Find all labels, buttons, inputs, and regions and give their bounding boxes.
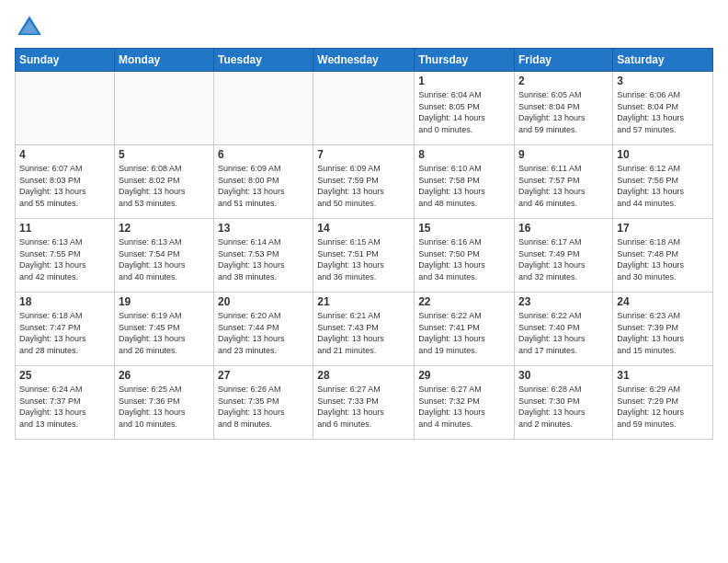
- day-info: Sunrise: 6:05 AM Sunset: 8:04 PM Dayligh…: [518, 89, 609, 135]
- day-info: Sunrise: 6:18 AM Sunset: 7:48 PM Dayligh…: [617, 236, 709, 282]
- calendar-cell: 28Sunrise: 6:27 AM Sunset: 7:33 PM Dayli…: [313, 366, 415, 440]
- day-info: Sunrise: 6:27 AM Sunset: 7:33 PM Dayligh…: [317, 384, 410, 430]
- calendar-cell: 26Sunrise: 6:25 AM Sunset: 7:36 PM Dayli…: [114, 366, 213, 440]
- day-info: Sunrise: 6:24 AM Sunset: 7:37 PM Dayligh…: [19, 384, 110, 430]
- day-number: 22: [418, 295, 510, 308]
- day-info: Sunrise: 6:26 AM Sunset: 7:35 PM Dayligh…: [218, 384, 309, 430]
- calendar-cell: 15Sunrise: 6:16 AM Sunset: 7:50 PM Dayli…: [415, 219, 515, 293]
- calendar-cell: 19Sunrise: 6:19 AM Sunset: 7:45 PM Dayli…: [114, 293, 213, 366]
- day-number: 3: [617, 75, 709, 87]
- calendar-cell: 5Sunrise: 6:08 AM Sunset: 8:02 PM Daylig…: [114, 145, 213, 219]
- calendar-cell: [16, 72, 115, 145]
- day-info: Sunrise: 6:13 AM Sunset: 7:55 PM Dayligh…: [19, 236, 110, 282]
- calendar-cell: 25Sunrise: 6:24 AM Sunset: 7:37 PM Dayli…: [16, 366, 115, 440]
- calendar-cell: 24Sunrise: 6:23 AM Sunset: 7:39 PM Dayli…: [613, 293, 713, 366]
- day-number: 30: [518, 369, 609, 382]
- day-number: 19: [119, 295, 210, 308]
- day-number: 31: [617, 369, 709, 382]
- day-number: 27: [218, 369, 309, 382]
- calendar-cell: 18Sunrise: 6:18 AM Sunset: 7:47 PM Dayli…: [16, 293, 115, 366]
- calendar-cell: [313, 72, 415, 145]
- calendar-cell: 14Sunrise: 6:15 AM Sunset: 7:51 PM Dayli…: [313, 219, 415, 293]
- day-number: 17: [617, 222, 709, 235]
- calendar-cell: 21Sunrise: 6:21 AM Sunset: 7:43 PM Dayli…: [313, 293, 415, 366]
- day-info: Sunrise: 6:25 AM Sunset: 7:36 PM Dayligh…: [119, 384, 210, 430]
- logo-icon: [15, 13, 44, 42]
- page: SundayMondayTuesdayWednesdayThursdayFrid…: [0, 0, 728, 563]
- day-info: Sunrise: 6:21 AM Sunset: 7:43 PM Dayligh…: [317, 310, 410, 356]
- day-number: 15: [418, 222, 510, 235]
- calendar-header-row: SundayMondayTuesdayWednesdayThursdayFrid…: [16, 49, 713, 72]
- calendar-cell: 22Sunrise: 6:22 AM Sunset: 7:41 PM Dayli…: [415, 293, 515, 366]
- column-header-tuesday: Tuesday: [214, 49, 313, 72]
- day-number: 11: [19, 222, 110, 235]
- day-number: 8: [418, 148, 510, 161]
- column-header-saturday: Saturday: [613, 49, 713, 72]
- day-number: 7: [317, 148, 410, 161]
- calendar-cell: 31Sunrise: 6:29 AM Sunset: 7:29 PM Dayli…: [613, 366, 713, 440]
- day-number: 18: [19, 295, 110, 308]
- calendar-week-row: 25Sunrise: 6:24 AM Sunset: 7:37 PM Dayli…: [16, 366, 713, 440]
- calendar-cell: 7Sunrise: 6:09 AM Sunset: 7:59 PM Daylig…: [313, 145, 415, 219]
- calendar-cell: 20Sunrise: 6:20 AM Sunset: 7:44 PM Dayli…: [214, 293, 313, 366]
- calendar-cell: 3Sunrise: 6:06 AM Sunset: 8:04 PM Daylig…: [613, 72, 713, 145]
- column-header-sunday: Sunday: [16, 49, 115, 72]
- calendar-cell: 17Sunrise: 6:18 AM Sunset: 7:48 PM Dayli…: [613, 219, 713, 293]
- calendar-table: SundayMondayTuesdayWednesdayThursdayFrid…: [15, 48, 713, 440]
- day-number: 1: [418, 75, 510, 87]
- calendar-week-row: 11Sunrise: 6:13 AM Sunset: 7:55 PM Dayli…: [16, 219, 713, 293]
- calendar-cell: 29Sunrise: 6:27 AM Sunset: 7:32 PM Dayli…: [415, 366, 515, 440]
- day-info: Sunrise: 6:10 AM Sunset: 7:58 PM Dayligh…: [418, 163, 510, 209]
- calendar-cell: 4Sunrise: 6:07 AM Sunset: 8:03 PM Daylig…: [16, 145, 115, 219]
- day-number: 4: [19, 148, 110, 161]
- calendar-cell: 10Sunrise: 6:12 AM Sunset: 7:56 PM Dayli…: [613, 145, 713, 219]
- day-number: 5: [119, 148, 210, 161]
- calendar-week-row: 18Sunrise: 6:18 AM Sunset: 7:47 PM Dayli…: [16, 293, 713, 366]
- day-info: Sunrise: 6:29 AM Sunset: 7:29 PM Dayligh…: [617, 384, 709, 430]
- day-number: 9: [518, 148, 609, 161]
- day-number: 25: [19, 369, 110, 382]
- day-number: 26: [119, 369, 210, 382]
- day-number: 13: [218, 222, 309, 235]
- day-info: Sunrise: 6:20 AM Sunset: 7:44 PM Dayligh…: [218, 310, 309, 356]
- calendar-cell: 27Sunrise: 6:26 AM Sunset: 7:35 PM Dayli…: [214, 366, 313, 440]
- day-info: Sunrise: 6:28 AM Sunset: 7:30 PM Dayligh…: [518, 384, 609, 430]
- day-info: Sunrise: 6:27 AM Sunset: 7:32 PM Dayligh…: [418, 384, 510, 430]
- calendar-cell: 16Sunrise: 6:17 AM Sunset: 7:49 PM Dayli…: [515, 219, 613, 293]
- day-number: 10: [617, 148, 709, 161]
- calendar-cell: 1Sunrise: 6:04 AM Sunset: 8:05 PM Daylig…: [415, 72, 515, 145]
- day-info: Sunrise: 6:16 AM Sunset: 7:50 PM Dayligh…: [418, 236, 510, 282]
- day-info: Sunrise: 6:17 AM Sunset: 7:49 PM Dayligh…: [518, 236, 609, 282]
- day-info: Sunrise: 6:22 AM Sunset: 7:41 PM Dayligh…: [418, 310, 510, 356]
- day-info: Sunrise: 6:19 AM Sunset: 7:45 PM Dayligh…: [119, 310, 210, 356]
- day-number: 14: [317, 222, 410, 235]
- day-number: 16: [518, 222, 609, 235]
- day-number: 12: [119, 222, 210, 235]
- day-number: 21: [317, 295, 410, 308]
- calendar-cell: 2Sunrise: 6:05 AM Sunset: 8:04 PM Daylig…: [515, 72, 613, 145]
- calendar-cell: 6Sunrise: 6:09 AM Sunset: 8:00 PM Daylig…: [214, 145, 313, 219]
- day-info: Sunrise: 6:09 AM Sunset: 8:00 PM Dayligh…: [218, 163, 309, 209]
- day-info: Sunrise: 6:15 AM Sunset: 7:51 PM Dayligh…: [317, 236, 410, 282]
- day-number: 2: [518, 75, 609, 87]
- day-number: 6: [218, 148, 309, 161]
- calendar-week-row: 4Sunrise: 6:07 AM Sunset: 8:03 PM Daylig…: [16, 145, 713, 219]
- day-number: 29: [418, 369, 510, 382]
- column-header-friday: Friday: [515, 49, 613, 72]
- day-number: 24: [617, 295, 709, 308]
- day-info: Sunrise: 6:12 AM Sunset: 7:56 PM Dayligh…: [617, 163, 709, 209]
- day-info: Sunrise: 6:08 AM Sunset: 8:02 PM Dayligh…: [119, 163, 210, 209]
- header: [15, 9, 713, 42]
- column-header-thursday: Thursday: [415, 49, 515, 72]
- calendar-week-row: 1Sunrise: 6:04 AM Sunset: 8:05 PM Daylig…: [16, 72, 713, 145]
- day-number: 28: [317, 369, 410, 382]
- day-info: Sunrise: 6:23 AM Sunset: 7:39 PM Dayligh…: [617, 310, 709, 356]
- calendar-cell: 8Sunrise: 6:10 AM Sunset: 7:58 PM Daylig…: [415, 145, 515, 219]
- calendar-cell: 12Sunrise: 6:13 AM Sunset: 7:54 PM Dayli…: [114, 219, 213, 293]
- calendar-cell: 11Sunrise: 6:13 AM Sunset: 7:55 PM Dayli…: [16, 219, 115, 293]
- calendar-cell: 13Sunrise: 6:14 AM Sunset: 7:53 PM Dayli…: [214, 219, 313, 293]
- day-info: Sunrise: 6:13 AM Sunset: 7:54 PM Dayligh…: [119, 236, 210, 282]
- day-info: Sunrise: 6:11 AM Sunset: 7:57 PM Dayligh…: [518, 163, 609, 209]
- day-info: Sunrise: 6:18 AM Sunset: 7:47 PM Dayligh…: [19, 310, 110, 356]
- day-number: 20: [218, 295, 309, 308]
